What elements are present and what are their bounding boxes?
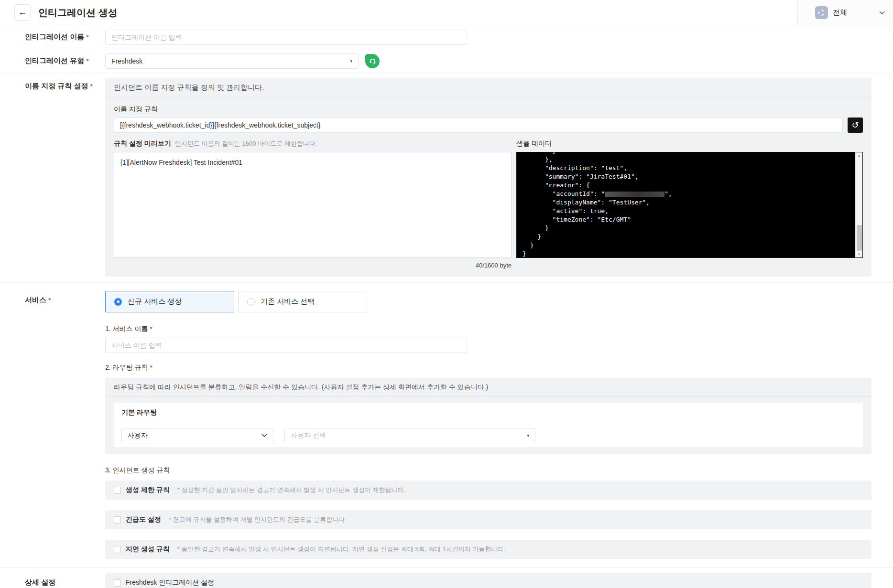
scrollbar[interactable]: ▲ ▼ — [855, 152, 862, 257]
required-mark: * — [86, 57, 88, 64]
required-mark: * — [86, 33, 88, 41]
rule-name: 지연 생성 규칙 — [126, 545, 170, 554]
rule-preview-box: [1][AlertNow Freshdesk] Test Incident#01 — [114, 152, 512, 258]
redacted-account-id — [605, 192, 664, 197]
back-button[interactable]: ← — [14, 4, 31, 21]
basic-routing-card: 기본 라우팅 사용자 사용자 선택 ▾ — [114, 403, 863, 447]
scope-label: 전체 — [833, 8, 847, 17]
checkbox-creation-limit[interactable] — [114, 487, 121, 494]
scope-selector[interactable]: 전체 — [797, 0, 893, 25]
select-arrow-icon: ▾ — [350, 59, 352, 64]
preview-hint: 인시던트 이름의 길이는 1600 바이트로 제한합니다. — [175, 139, 317, 148]
required-mark: * — [150, 325, 152, 332]
preview-title: 규칙 설정 미리보기 — [114, 139, 171, 148]
routing-target-type-select[interactable]: 사용자 — [121, 428, 273, 443]
radio-new-service-label: 신규 서비스 생성 — [128, 297, 182, 306]
page-title: 인티그레이션 생성 — [38, 6, 118, 19]
routing-target-placeholder: 사용자 선택 — [291, 431, 326, 440]
rule-preview-value: [1][AlertNow Freshdesk] Test Incident#01 — [120, 159, 505, 166]
checkbox-freshdesk-settings[interactable] — [114, 579, 121, 587]
rotate-ccw-icon: ↺ — [851, 120, 859, 130]
rule-description: * 경고에 규칙을 설정하여 개별 인시던트의 긴급도를 분류합니다. — [169, 515, 347, 524]
required-mark: * — [150, 364, 152, 371]
radio-unselected-icon — [247, 298, 255, 306]
naming-rule-input[interactable] — [114, 118, 843, 133]
naming-rule-input-label: 이름 지정 규칙 — [114, 105, 863, 114]
sample-data-box: } }, "description": "test", "summary": "… — [516, 152, 863, 258]
routing-rule-label: 2. 라우팅 규칙* — [105, 363, 871, 372]
freshdesk-logo-icon — [365, 54, 380, 68]
routing-target-select[interactable]: 사용자 선택 ▾ — [284, 428, 535, 443]
arrow-left-icon: ← — [18, 7, 27, 18]
integration-type-select[interactable]: Freshdesk ▾ — [105, 53, 359, 69]
routing-target-type-value: 사용자 — [128, 431, 148, 440]
radio-new-service[interactable]: 신규 서비스 생성 — [105, 291, 234, 312]
scroll-down-icon[interactable]: ▼ — [856, 252, 862, 257]
rule-name: 생성 제한 규칙 — [126, 486, 170, 494]
radio-existing-service-label: 기존 서비스 선택 — [261, 297, 315, 306]
advanced-settings-panel: Freshdesk 인티그레이션 설정 — [105, 573, 871, 588]
naming-rule-label: 이름 지정 규칙 설정* — [25, 78, 105, 277]
advanced-settings-label: 상세 설정 — [25, 573, 105, 587]
integration-type-label: 인티그레이션 유형* — [25, 56, 105, 65]
advanced-settings-row: 상세 설정 Freshdesk 인티그레이션 설정 — [0, 573, 893, 588]
rule-name: 긴급도 설정 — [126, 515, 161, 524]
service-content: 신규 서비스 생성 기존 서비스 선택 1. 서비스 이름* 2. 라우팅 규칙… — [105, 291, 871, 559]
integration-name-input[interactable] — [105, 30, 467, 45]
rule-row-creation-limit: 생성 제한 규칙 * 설정한 기간 동안 일치하는 경고가 연속해서 발생 시 … — [105, 481, 871, 500]
service-row: 서비스* 신규 서비스 생성 기존 서비스 선택 1. 서비스 이름* 2. 라… — [0, 291, 893, 559]
basic-routing-title: 기본 라우팅 — [121, 408, 855, 422]
checkbox-delayed-creation[interactable] — [114, 546, 121, 553]
routing-rule-intro: 라우팅 규칙에 따라 인시던트를 분류하고, 알림을 수신할 수 있습니다. (… — [105, 378, 871, 397]
org-avatar-icon — [815, 6, 828, 19]
service-name-label: 1. 서비스 이름* — [105, 325, 871, 333]
divider — [0, 282, 893, 283]
page-header: ← 인티그레이션 생성 전체 — [0, 0, 893, 25]
required-mark: * — [90, 83, 93, 90]
select-arrow-icon: ▾ — [527, 433, 529, 438]
naming-rule-intro: 인시던트 이름 지정 규칙을 정의 및 관리합니다. — [105, 78, 871, 97]
rule-description: * 동일한 경고가 연속해서 발생 시 인시던트 생성이 지연됩니다. 지연 생… — [177, 545, 505, 554]
chevron-down-icon — [879, 11, 885, 15]
scroll-up-icon[interactable]: ▲ — [856, 153, 862, 158]
integration-name-row: 인티그레이션 이름* — [0, 25, 893, 49]
naming-rule-panel: 인시던트 이름 지정 규칙을 정의 및 관리합니다. 이름 지정 규칙 ↺ 규칙… — [105, 78, 871, 277]
freshdesk-settings-label: Freshdesk 인티그레이션 설정 — [126, 578, 214, 587]
service-name-input[interactable] — [105, 338, 467, 353]
incident-rules-label: 3. 인시던트 생성 규칙 — [105, 466, 871, 475]
radio-selected-icon — [114, 298, 122, 306]
radio-existing-service[interactable]: 기존 서비스 선택 — [238, 291, 367, 312]
service-label: 서비스* — [25, 291, 105, 559]
chevron-down-icon — [261, 434, 267, 438]
integration-type-value: Freshdesk — [111, 57, 142, 65]
scrollbar-thumb[interactable] — [857, 225, 862, 251]
integration-name-label: 인티그레이션 이름* — [25, 32, 105, 42]
divider — [0, 567, 893, 568]
routing-rule-panel: 라우팅 규칙에 따라 인시던트를 분류하고, 알림을 수신할 수 있습니다. (… — [105, 378, 871, 454]
naming-rule-row: 이름 지정 규칙 설정* 인시던트 이름 지정 규칙을 정의 및 관리합니다. … — [0, 78, 893, 277]
sample-data-code: } }, "description": "test", "summary": "… — [517, 152, 855, 257]
sample-data-title: 샘플 데이터 — [516, 139, 863, 148]
rule-description: * 설정한 기간 동안 일치하는 경고가 연속해서 발생 시 인시던트 생성이 … — [177, 486, 405, 494]
reset-rule-button[interactable]: ↺ — [848, 118, 863, 133]
checkbox-urgency[interactable] — [114, 516, 121, 524]
byte-counter: 40/1600 byte — [114, 262, 512, 269]
integration-type-row: 인티그레이션 유형* Freshdesk ▾ — [0, 49, 893, 73]
rule-row-delayed-creation: 지연 생성 규칙 * 동일한 경고가 연속해서 발생 시 인시던트 생성이 지연… — [105, 540, 871, 559]
required-mark: * — [48, 297, 51, 304]
divider — [0, 73, 893, 73]
rule-row-urgency: 긴급도 설정 * 경고에 규칙을 설정하여 개별 인시던트의 긴급도를 분류합니… — [105, 510, 871, 529]
